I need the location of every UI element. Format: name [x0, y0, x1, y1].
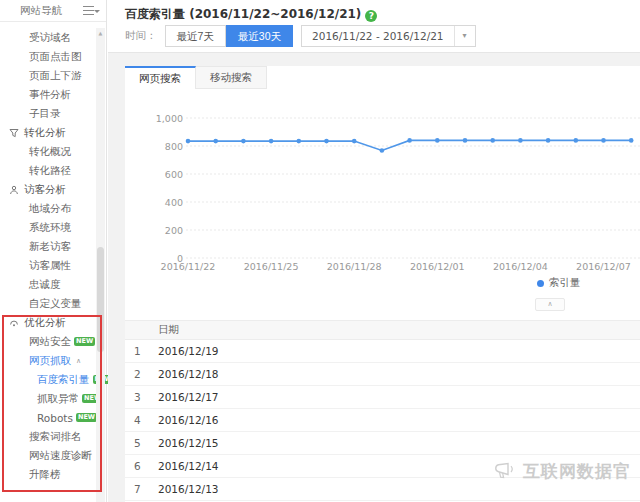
scroll-up-icon[interactable]: ▲: [96, 28, 105, 38]
row-date: 2016/12/15: [158, 437, 219, 449]
sidebar-item-label: 转化分析: [24, 126, 66, 140]
sidebar: 网站导航 受访域名页面点击图页面上下游事件分析子目录转化分析转化概况转化路径访客…: [0, 0, 107, 502]
sidebar-item[interactable]: RobotsNEW: [0, 408, 96, 427]
date-column-header: 日期: [158, 323, 179, 337]
row-index: 1: [125, 345, 158, 357]
page-title-text: 百度索引量 (2016/11/22~2016/12/21): [125, 7, 361, 21]
svg-text:2016/12/04: 2016/12/04: [493, 261, 548, 272]
time-toolbar: 时间： 最近7天 最近30天 2016/11/22 - 2016/12/21 ▾: [125, 25, 476, 47]
range-7days-button[interactable]: 最近7天: [165, 25, 226, 47]
sidebar-item[interactable]: 事件分析: [0, 85, 96, 104]
sidebar-item[interactable]: 页面点击图: [0, 47, 96, 66]
sidebar-item[interactable]: 忠诚度: [0, 275, 96, 294]
sidebar-item-label: 地域分布: [29, 202, 71, 216]
sidebar-item[interactable]: 百度索引量NEW: [0, 370, 96, 389]
new-badge: NEW: [76, 413, 97, 422]
svg-text:400: 400: [165, 197, 183, 208]
row-index: 4: [125, 414, 158, 426]
svg-text:2016/11/25: 2016/11/25: [244, 261, 299, 272]
collapse-chart-button[interactable]: ∧: [535, 298, 565, 311]
date-range-value: 2016/11/22 - 2016/12/21: [302, 26, 454, 46]
sidebar-item-label: 事件分析: [29, 88, 71, 102]
sidebar-item-label: 网站速度诊断: [29, 449, 92, 463]
legend-label: 索引量: [549, 276, 581, 290]
page-title: 百度索引量 (2016/11/22~2016/12/21)?: [125, 6, 377, 23]
sidebar-scrollbar-track: ▲: [96, 28, 105, 502]
chevron-down-icon: ▾: [454, 26, 475, 46]
sidebar-item[interactable]: 抓取异常NEW: [0, 389, 96, 408]
sidebar-item[interactable]: 页面上下游: [0, 66, 96, 85]
sidebar-title: 网站导航: [20, 4, 62, 18]
row-date: 2016/12/19: [158, 345, 219, 357]
sidebar-item-label: 网站安全: [29, 335, 71, 349]
table-row: 52016/12/15: [125, 432, 640, 455]
visitor-icon: [9, 185, 19, 195]
sidebar-item-label: 转化路径: [29, 164, 71, 178]
sidebar-item-label: 访客属性: [29, 259, 71, 273]
sidebar-item-label: 升降榜: [29, 468, 61, 482]
sidebar-item[interactable]: 网站速度诊断: [0, 446, 96, 465]
watermark-text: 互联网数据官: [523, 460, 631, 483]
sidebar-item-label: 系统环境: [29, 221, 71, 235]
sidebar-item-label: 新老访客: [29, 240, 71, 254]
table-row: 42016/12/16: [125, 409, 640, 432]
optimize-icon: [9, 318, 19, 328]
row-date: 2016/12/14: [158, 460, 219, 472]
sidebar-item[interactable]: 转化路径: [0, 161, 96, 180]
range-30days-button[interactable]: 最近30天: [226, 25, 293, 47]
sidebar-item[interactable]: 地域分布: [0, 199, 96, 218]
legend-item[interactable]: 索引量: [537, 276, 581, 290]
svg-text:600: 600: [165, 169, 183, 180]
table-header-row: 日期: [125, 320, 640, 340]
table-row: 32016/12/17: [125, 386, 640, 409]
sidebar-item[interactable]: 自定义变量: [0, 294, 96, 313]
megaphone-icon: [492, 459, 518, 483]
row-index: 2: [125, 368, 158, 380]
sidebar-item[interactable]: 转化概况: [0, 142, 96, 161]
tab-web-search[interactable]: 网页搜索: [125, 66, 196, 89]
sidebar-item[interactable]: 网站安全NEW: [0, 332, 96, 351]
sidebar-section[interactable]: 转化分析: [0, 123, 96, 142]
row-index: 6: [125, 460, 158, 472]
svg-text:2016/11/28: 2016/11/28: [327, 261, 382, 272]
sidebar-item-label: 子目录: [29, 107, 61, 121]
sidebar-section[interactable]: 访客分析: [0, 180, 96, 199]
sidebar-scrollbar-thumb[interactable]: [97, 247, 104, 352]
sidebar-item[interactable]: 新老访客: [0, 237, 96, 256]
sidebar-item[interactable]: 升降榜: [0, 465, 96, 484]
sidebar-item[interactable]: 搜索词排名: [0, 427, 96, 446]
sidebar-item-label: Robots: [37, 412, 73, 424]
sidebar-item[interactable]: 访客属性: [0, 256, 96, 275]
row-date: 2016/12/16: [158, 414, 219, 426]
date-range-picker[interactable]: 2016/11/22 - 2016/12/21 ▾: [301, 25, 476, 47]
row-date: 2016/12/17: [158, 391, 219, 403]
sidebar-item[interactable]: 子目录: [0, 104, 96, 123]
chevron-up-icon: ∧: [76, 357, 81, 365]
sidebar-item-label: 百度索引量: [37, 373, 90, 387]
sidebar-item-label: 优化分析: [24, 316, 66, 330]
help-icon[interactable]: ?: [365, 10, 377, 22]
sidebar-item[interactable]: 受访域名: [0, 28, 96, 47]
search-type-tabs: 网页搜索 移动搜索: [125, 66, 267, 89]
watermark: 互联网数据官: [492, 459, 631, 483]
svg-text:1,000: 1,000: [156, 113, 183, 124]
row-index: 7: [125, 483, 158, 495]
table-row: 12016/12/19: [125, 340, 640, 363]
sidebar-nav: 受访域名页面点击图页面上下游事件分析子目录转化分析转化概况转化路径访客分析地域分…: [0, 28, 96, 484]
collapse-menu-icon[interactable]: [83, 6, 94, 15]
sidebar-item-label: 忠诚度: [29, 278, 61, 292]
sidebar-item-label: 自定义变量: [29, 297, 82, 311]
report-card: 网页搜索 移动搜索 02004006008001,0002016/11/2220…: [125, 66, 640, 502]
tab-mobile-search[interactable]: 移动搜索: [196, 66, 267, 89]
svg-text:2016/12/01: 2016/12/01: [410, 261, 465, 272]
svg-text:2016/12/07: 2016/12/07: [576, 261, 631, 272]
row-index: 5: [125, 437, 158, 449]
sidebar-item[interactable]: 系统环境: [0, 218, 96, 237]
app-window: 网站导航 受访域名页面点击图页面上下游事件分析子目录转化分析转化概况转化路径访客…: [0, 0, 640, 502]
sidebar-item-label: 网页抓取: [29, 354, 71, 368]
sidebar-section[interactable]: 优化分析: [0, 313, 96, 332]
sidebar-item-label: 页面上下游: [29, 69, 82, 83]
sidebar-item[interactable]: 网页抓取∧: [0, 351, 96, 370]
row-date: 2016/12/13: [158, 483, 219, 495]
sidebar-item-label: 页面点击图: [29, 50, 82, 64]
